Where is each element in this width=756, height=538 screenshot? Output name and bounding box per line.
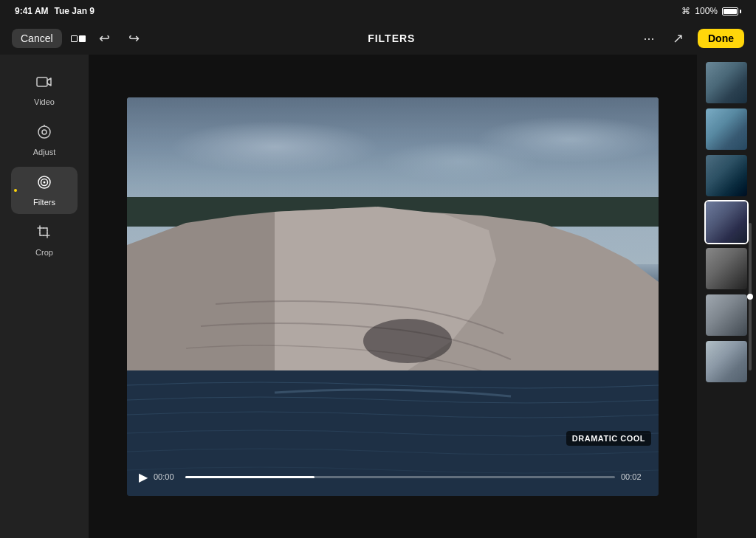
status-right: ⌘︎ 100%: [681, 6, 741, 16]
video-timeline: ▶ 00:00 00:02: [127, 453, 659, 490]
filters-icon: [36, 174, 52, 195]
sidebar-item-label-crop: Crop: [35, 248, 53, 257]
filter-thumb-original[interactable]: [704, 61, 749, 105]
video-frame[interactable]: DRAMATIC COOL ▶ 00:00 00:02: [127, 97, 659, 496]
filter-thumb-vivid-inner: [706, 108, 747, 150]
status-left: 9:41 AM Tue Jan 9: [15, 6, 94, 16]
left-sidebar: Video Adjust Filters: [0, 55, 89, 538]
intensity-slider[interactable]: [749, 223, 752, 370]
crop-icon: [36, 224, 52, 245]
timeline-progress: [185, 476, 315, 478]
wifi-icon: ⌘︎: [681, 6, 690, 16]
filter-thumb-dramatic[interactable]: [704, 154, 749, 198]
filter-thumb-dramatic-inner: [706, 155, 747, 196]
sq-left: [71, 35, 78, 42]
sidebar-item-label-filters: Filters: [33, 198, 55, 207]
date: Tue Jan 9: [55, 6, 94, 16]
active-indicator: [14, 189, 17, 192]
status-bar: 9:41 AM Tue Jan 9 ⌘︎ 100%: [0, 0, 756, 22]
svg-point-2: [42, 130, 47, 134]
toolbar-title: FILTERS: [368, 32, 415, 44]
time-start: 00:00: [154, 472, 179, 481]
filter-thumb-fade[interactable]: [704, 339, 749, 384]
svg-rect-0: [37, 77, 47, 86]
svg-point-6: [44, 182, 46, 184]
main-area: Video Adjust Filters: [0, 55, 756, 538]
timeline-controls: ▶ 00:00 00:02: [127, 470, 659, 484]
redo-button[interactable]: ↪: [124, 28, 145, 49]
undo-button[interactable]: ↩: [94, 28, 115, 49]
time-end: 00:02: [621, 472, 647, 481]
video-container: DRAMATIC COOL ▶ 00:00 00:02: [89, 55, 697, 538]
filter-label: DRAMATIC COOL: [566, 431, 651, 446]
timeline-bar[interactable]: [185, 476, 615, 478]
filter-thumb-mono[interactable]: [704, 246, 749, 291]
filter-thumb-silvertone[interactable]: [704, 293, 749, 337]
sidebar-item-adjust[interactable]: Adjust: [11, 117, 78, 164]
battery-fill: [724, 9, 737, 14]
battery-icon: [722, 7, 741, 15]
done-button[interactable]: Done: [698, 29, 744, 48]
battery-pct: 100%: [695, 6, 718, 16]
battery-tip: [740, 10, 741, 13]
svg-point-1: [38, 126, 50, 138]
sidebar-item-label-video: Video: [34, 97, 55, 106]
toolbar-left: Cancel ↩ ↪: [12, 28, 145, 49]
right-filter-panel: [697, 55, 756, 538]
video-icon: [36, 74, 52, 94]
slider-thumb: [747, 294, 753, 300]
view-toggle-icon[interactable]: [71, 35, 86, 42]
sidebar-item-video[interactable]: Video: [11, 66, 78, 114]
filter-thumb-dramatic-cool[interactable]: [704, 200, 749, 244]
arrow-icon-button[interactable]: ↗: [668, 28, 689, 49]
toolbar-right: ··· ↗ Done: [639, 28, 744, 49]
adjust-icon: [36, 124, 52, 145]
toolbar: Cancel ↩ ↪ FILTERS ··· ↗ Done: [0, 22, 756, 55]
filter-thumb-dramatic-cool-inner: [706, 201, 747, 243]
battery-body: [722, 7, 738, 15]
play-button[interactable]: ▶: [139, 470, 148, 484]
filter-thumb-original-inner: [706, 62, 747, 103]
filter-thumb-fade-inner: [706, 341, 747, 382]
sidebar-item-crop[interactable]: Crop: [11, 217, 78, 264]
time: 9:41 AM: [15, 6, 49, 16]
sq-right: [79, 35, 86, 42]
filter-thumb-silvertone-inner: [706, 294, 747, 336]
filter-thumb-vivid[interactable]: [704, 107, 749, 151]
svg-rect-7: [40, 228, 47, 235]
more-options-button[interactable]: ···: [639, 28, 659, 49]
cancel-button[interactable]: Cancel: [12, 29, 62, 48]
filter-thumb-mono-inner: [706, 248, 747, 289]
sidebar-item-filters[interactable]: Filters: [11, 167, 78, 214]
sidebar-item-label-adjust: Adjust: [33, 148, 56, 156]
